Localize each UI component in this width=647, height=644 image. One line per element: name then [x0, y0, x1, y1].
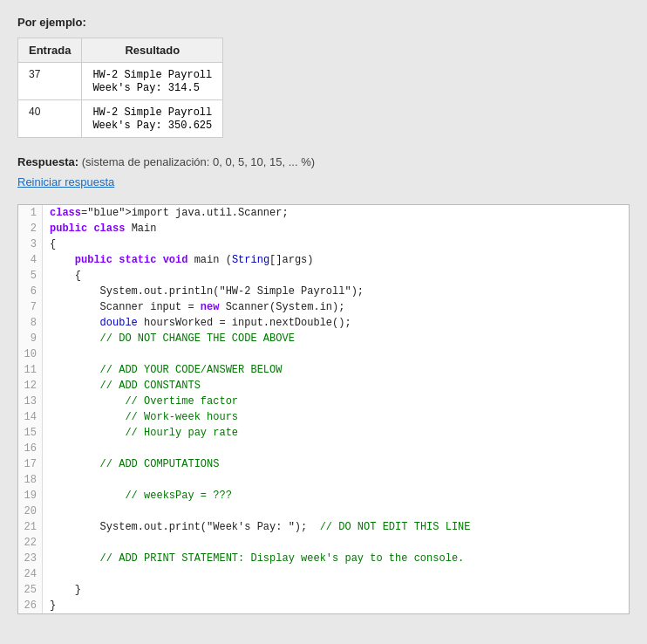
- code-line: 8 double hoursWorked = input.nextDouble(…: [18, 315, 629, 331]
- line-number: 8: [18, 315, 43, 331]
- line-content[interactable]: System.out.print("Week's Pay: "); // DO …: [43, 519, 470, 535]
- code-line: 19 // weeksPay = ???: [18, 488, 629, 504]
- code-line: 16: [18, 441, 629, 456]
- line-content[interactable]: // DO NOT CHANGE THE CODE ABOVE: [43, 331, 295, 346]
- code-line: 15 // Hourly pay rate: [18, 425, 629, 441]
- line-content[interactable]: }: [43, 598, 56, 613]
- example-section: Por ejemplo: Entrada Resultado 37 HW-2 S…: [17, 16, 630, 138]
- code-line: 25 }: [18, 582, 629, 598]
- table-row: 37 HW-2 Simple PayrollWeek's Pay: 314.5: [18, 63, 223, 100]
- code-line: 21 System.out.print("Week's Pay: "); // …: [18, 519, 629, 535]
- code-line: 1class="blue">import java.util.Scanner;: [18, 205, 629, 221]
- line-number: 5: [18, 268, 43, 284]
- col-entrada: Entrada: [18, 38, 82, 63]
- line-number: 10: [18, 346, 43, 362]
- input-cell: 37: [18, 63, 82, 100]
- line-number: 12: [18, 378, 43, 394]
- line-content[interactable]: {: [43, 268, 81, 284]
- line-number: 14: [18, 409, 43, 425]
- example-label: Por ejemplo:: [17, 16, 630, 29]
- code-line: 6 System.out.println("HW-2 Simple Payrol…: [18, 284, 629, 299]
- code-line: 2public class Main: [18, 221, 629, 236]
- code-line: 23 // ADD PRINT STATEMENT: Display week'…: [18, 551, 629, 566]
- code-line: 26}: [18, 598, 629, 613]
- line-number: 3: [18, 236, 43, 252]
- line-content[interactable]: }: [43, 582, 81, 598]
- code-line: 5 {: [18, 268, 629, 284]
- line-content[interactable]: public static void main (String[]args): [43, 252, 314, 268]
- line-number: 19: [18, 488, 43, 504]
- line-content[interactable]: // ADD CONSTANTS: [43, 378, 201, 394]
- line-number: 20: [18, 504, 43, 519]
- line-content[interactable]: double hoursWorked = input.nextDouble();: [43, 315, 351, 331]
- line-number: 16: [18, 441, 43, 456]
- line-number: 26: [18, 598, 43, 613]
- line-number: 6: [18, 284, 43, 299]
- line-number: 17: [18, 456, 43, 472]
- code-line: 14 // Work-week hours: [18, 409, 629, 425]
- line-content[interactable]: {: [43, 236, 56, 252]
- code-editor[interactable]: 1class="blue">import java.util.Scanner;2…: [17, 204, 630, 614]
- line-content[interactable]: // ADD YOUR CODE/ANSWER BELOW: [43, 362, 282, 378]
- code-line: 22: [18, 535, 629, 551]
- line-content[interactable]: // ADD PRINT STATEMENT: Display week's p…: [43, 551, 464, 566]
- line-number: 4: [18, 252, 43, 268]
- line-number: 2: [18, 221, 43, 236]
- line-number: 18: [18, 472, 43, 488]
- line-number: 9: [18, 331, 43, 346]
- code-line: 13 // Overtime factor: [18, 394, 629, 409]
- line-number: 24: [18, 566, 43, 582]
- line-content[interactable]: // Overtime factor: [43, 394, 238, 409]
- input-cell: 40: [18, 100, 82, 138]
- line-number: 13: [18, 394, 43, 409]
- line-number: 1: [18, 205, 43, 221]
- code-line: 12 // ADD CONSTANTS: [18, 378, 629, 394]
- output-cell: HW-2 Simple PayrollWeek's Pay: 350.625: [82, 100, 223, 138]
- line-number: 11: [18, 362, 43, 378]
- example-table: Entrada Resultado 37 HW-2 Simple Payroll…: [17, 38, 223, 138]
- code-line: 4 public static void main (String[]args): [18, 252, 629, 268]
- line-number: 15: [18, 425, 43, 441]
- code-line: 18: [18, 472, 629, 488]
- line-content[interactable]: // Work-week hours: [43, 409, 238, 425]
- table-row: 40 HW-2 Simple PayrollWeek's Pay: 350.62…: [18, 100, 223, 138]
- line-content[interactable]: Scanner input = new Scanner(System.in);: [43, 299, 344, 315]
- code-line: 10: [18, 346, 629, 362]
- col-resultado: Resultado: [82, 38, 223, 63]
- code-line: 11 // ADD YOUR CODE/ANSWER BELOW: [18, 362, 629, 378]
- code-line: 20: [18, 504, 629, 519]
- line-content[interactable]: // weeksPay = ???: [43, 488, 232, 504]
- reiniciar-button[interactable]: Reiniciar respuesta: [17, 175, 114, 188]
- line-number: 22: [18, 535, 43, 551]
- line-number: 23: [18, 551, 43, 566]
- line-number: 21: [18, 519, 43, 535]
- respuesta-label: Respuesta: (sistema de penalización: 0, …: [17, 155, 315, 168]
- code-line: 7 Scanner input = new Scanner(System.in)…: [18, 299, 629, 315]
- line-content[interactable]: System.out.println("HW-2 Simple Payroll"…: [43, 284, 364, 299]
- output-cell: HW-2 Simple PayrollWeek's Pay: 314.5: [82, 63, 223, 100]
- code-line: 9 // DO NOT CHANGE THE CODE ABOVE: [18, 331, 629, 346]
- code-line: 24: [18, 566, 629, 582]
- line-content[interactable]: public class Main: [43, 221, 156, 236]
- line-content[interactable]: // Hourly pay rate: [43, 425, 238, 441]
- line-number: 25: [18, 582, 43, 598]
- line-content[interactable]: // ADD COMPUTATIONS: [43, 456, 219, 472]
- code-line: 17 // ADD COMPUTATIONS: [18, 456, 629, 472]
- code-line: 3{: [18, 236, 629, 252]
- line-content[interactable]: class="blue">import java.util.Scanner;: [43, 205, 289, 221]
- respuesta-section: Respuesta: (sistema de penalización: 0, …: [17, 155, 630, 168]
- line-number: 7: [18, 299, 43, 315]
